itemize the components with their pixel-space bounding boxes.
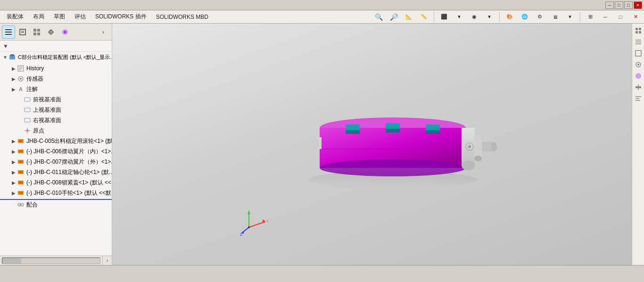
tree-root-item[interactable]: ▼ C部分出料稳定装配图 (默认 <默认_显示... — [0, 52, 112, 62]
coordinate-axes: X Z — [239, 208, 268, 237]
svg-point-64 — [474, 156, 482, 161]
toolbar-separator-1 — [434, 12, 434, 22]
monitor-icon[interactable]: 🖥 — [548, 10, 561, 24]
mate-icon — [17, 201, 25, 208]
sensor-arrow: ▶ — [10, 75, 17, 82]
svg-rect-54 — [426, 124, 440, 131]
right-btn-2[interactable] — [633, 37, 644, 47]
dimension-icon[interactable]: 📏 — [417, 10, 430, 24]
tree-item-origin[interactable]: ▶ 原点 — [0, 125, 112, 136]
svg-rect-36 — [19, 171, 23, 173]
svg-rect-24 — [25, 108, 30, 112]
search-icon[interactable]: 🔍 — [372, 10, 385, 24]
minimize-button[interactable]: ─ — [605, 1, 614, 9]
origin-pt-icon — [24, 127, 31, 134]
annotation-label: 注解 — [26, 85, 38, 93]
svg-point-89 — [637, 64, 639, 66]
window-controls[interactable]: ─ □ □ ✕ — [605, 1, 642, 9]
tree-item-right-plane[interactable]: ▶ 右视基准面 — [0, 115, 112, 125]
part4-icon — [17, 168, 25, 176]
tree-item-annotation[interactable]: ▶ A 注解 — [0, 84, 112, 94]
annotation-icon: A — [17, 85, 25, 93]
menu-assembly[interactable]: 装配体 — [2, 11, 28, 23]
origin-arrow: ▶ — [17, 127, 24, 134]
status-bar — [0, 265, 644, 274]
tree-item-part5[interactable]: ▶ (-) JHB-C-008锁紧盖<1> (默认 <<... — [0, 177, 112, 188]
restore-button[interactable]: □ — [615, 1, 623, 9]
history-arrow: ▶ — [10, 65, 17, 72]
part6-label: (-) JHB-C-010手轮<1> (默认 <<默... — [26, 189, 112, 197]
menu-evaluate[interactable]: 评估 — [70, 11, 91, 23]
window-control-close[interactable]: ✕ — [629, 10, 642, 24]
right-toolbar — [632, 24, 644, 265]
panel-icon-bar: › — [0, 24, 112, 41]
menu-solidworks-mbd[interactable]: SOLIDWORKS MBD — [151, 12, 213, 22]
svg-rect-57 — [426, 130, 440, 134]
svg-rect-23 — [25, 98, 30, 101]
right-btn-6[interactable] — [633, 82, 644, 92]
right-btn-7[interactable] — [633, 93, 644, 104]
menu-sketch[interactable]: 草图 — [49, 11, 70, 23]
tree-item-top-plane[interactable]: ▶ 上视基准面 — [0, 105, 112, 115]
config-tab[interactable] — [30, 25, 43, 39]
tree-item-part4[interactable]: ▶ (-) JHB-C-011稳定轴心轮<1> (默... — [0, 167, 112, 177]
measure-icon[interactable]: 📐 — [402, 10, 415, 24]
expand-panel-button[interactable]: › — [102, 256, 112, 265]
right-btn-5[interactable] — [633, 71, 644, 81]
gear-icon[interactable]: ⚙ — [533, 10, 546, 24]
part6-arrow: ▶ — [10, 190, 17, 196]
window-control-2[interactable]: ─ — [599, 10, 612, 24]
svg-rect-7 — [37, 29, 40, 32]
horizontal-scrollbar[interactable] — [2, 257, 100, 264]
tree-item-sensor[interactable]: ▶ 传感器 — [0, 74, 112, 84]
origin-tab[interactable] — [44, 25, 58, 39]
expand-panel-btn[interactable]: › — [97, 25, 110, 39]
root-arrow: ▼ — [2, 54, 8, 60]
svg-point-68 — [491, 142, 497, 151]
display-tab[interactable] — [58, 25, 72, 39]
filter-icon[interactable]: ▼ — [3, 43, 8, 50]
color-icon[interactable]: 🎨 — [503, 10, 516, 24]
zoom-icon[interactable]: 🔎 — [387, 10, 400, 24]
svg-rect-34 — [19, 161, 23, 163]
svg-rect-9 — [37, 33, 40, 35]
tree-area: ▶ History ▶ 传感器 ▶ A 注解 — [0, 62, 112, 256]
tree-item-part6[interactable]: ▶ (-) JHB-C-010手轮<1> (默认 <<默... — [0, 188, 112, 198]
svg-rect-53 — [386, 123, 400, 130]
tree-item-part2[interactable]: ▶ (-) JHB-C-006摆动翼片（内）<1>... — [0, 146, 112, 157]
dropdown-1[interactable]: ▼ — [453, 10, 466, 24]
menu-solidworks-plugins[interactable]: SOLIDWORKS 插件 — [91, 11, 151, 23]
svg-rect-2 — [5, 34, 12, 35]
menu-bar: 装配体 布局 草图 评估 SOLIDWORKS 插件 SOLIDWORKS MB… — [0, 10, 644, 24]
property-tab[interactable] — [16, 25, 29, 39]
origin-label: 原点 — [33, 127, 44, 135]
globe-icon[interactable]: 🌐 — [518, 10, 531, 24]
svg-rect-83 — [639, 31, 641, 33]
left-panel-bottom: › — [0, 256, 112, 265]
svg-rect-6 — [33, 29, 36, 32]
window-control-3[interactable]: □ — [614, 10, 627, 24]
feature-tree-tab[interactable] — [2, 25, 15, 39]
history-icon — [17, 65, 25, 72]
svg-rect-38 — [19, 182, 23, 183]
box-icon[interactable]: ⬛ — [438, 10, 451, 24]
close-button[interactable]: ✕ — [634, 1, 642, 9]
right-btn-1[interactable] — [633, 25, 644, 36]
right-btn-4[interactable] — [633, 59, 644, 70]
tree-item-part3[interactable]: ▶ (-) JHB-C-007摆动翼片（外）<1>... — [0, 157, 112, 167]
tree-item-front-plane[interactable]: ▶ 前视基准面 — [0, 94, 112, 105]
maximize-button[interactable]: □ — [624, 1, 633, 9]
dropdown-2[interactable]: ▼ — [483, 10, 496, 24]
model-svg — [287, 83, 499, 201]
sphere-icon[interactable]: ◉ — [468, 10, 481, 24]
svg-rect-40 — [19, 192, 23, 194]
window-control-1[interactable]: ⊞ — [584, 10, 597, 24]
svg-rect-55 — [346, 130, 360, 134]
tree-item-mate[interactable]: ▶ 配合 — [0, 199, 112, 209]
menu-layout[interactable]: 布局 — [28, 11, 49, 23]
right-btn-3[interactable] — [633, 48, 644, 58]
tree-item-part1[interactable]: ▶ JHB-C-005出料稳定用滚轮<1> (默... — [0, 136, 112, 146]
viewport[interactable]: X Z — [112, 24, 632, 265]
dropdown-3[interactable]: ▼ — [563, 10, 577, 24]
tree-item-history[interactable]: ▶ History — [0, 63, 112, 74]
